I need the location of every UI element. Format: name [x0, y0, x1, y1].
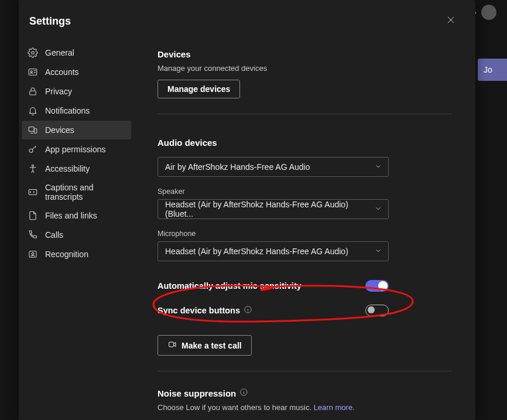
- sidebar-item-captions[interactable]: Captions and transcripts: [22, 179, 131, 206]
- noise-suppression-subtitle: Choose Low if you want others to hear mu…: [157, 403, 452, 412]
- speaker-label: Speaker: [157, 187, 452, 196]
- gear-icon: [28, 47, 38, 58]
- bell-icon: [28, 105, 38, 116]
- accessibility-icon: [28, 163, 38, 174]
- section-devices-title: Devices: [157, 49, 452, 59]
- devices-icon: [28, 125, 38, 135]
- learn-more-link[interactable]: Learn more.: [314, 403, 355, 412]
- sync-buttons-row: Sync device buttons: [157, 302, 389, 319]
- noise-suppression-title: Noise suppression: [157, 388, 452, 398]
- join-button-partial: Jo: [478, 59, 507, 81]
- sync-buttons-label: Sync device buttons: [157, 305, 252, 316]
- button-label: Manage devices: [167, 84, 230, 94]
- sidebar-item-label: Accounts: [45, 67, 79, 77]
- sidebar-item-privacy[interactable]: Privacy: [22, 82, 131, 101]
- button-label: Make a test call: [181, 341, 242, 350]
- svg-point-10: [32, 252, 34, 255]
- svg-rect-3: [30, 91, 36, 95]
- auto-mic-label: Automatically adjust mic sensitivity: [157, 281, 302, 291]
- sidebar-item-label: Privacy: [45, 87, 72, 96]
- chevron-down-icon: [374, 204, 382, 214]
- settings-content: Devices Manage your connected devices Ma…: [134, 35, 475, 420]
- avatar: [481, 5, 496, 20]
- sidebar-item-label: Accessibility: [45, 164, 90, 173]
- svg-rect-12: [169, 342, 174, 347]
- lock-icon: [28, 86, 38, 97]
- phone-icon: [28, 230, 38, 240]
- sidebar-item-apppermissions[interactable]: App permissions: [22, 140, 131, 159]
- sidebar-item-accounts[interactable]: Accounts: [22, 63, 131, 81]
- sidebar-item-label: Recognition: [45, 250, 88, 259]
- chevron-down-icon: [374, 247, 382, 257]
- sidebar-item-recognition[interactable]: Recognition: [22, 245, 131, 264]
- test-call-icon: [167, 340, 177, 351]
- sync-buttons-toggle[interactable]: [365, 305, 389, 316]
- info-icon[interactable]: [244, 305, 252, 316]
- sidebar-item-general[interactable]: General: [22, 43, 131, 62]
- chevron-down-icon: [374, 162, 382, 172]
- settings-sidebar: General Accounts Privacy Notifications D…: [19, 35, 134, 420]
- svg-rect-9: [29, 251, 36, 258]
- sidebar-item-label: App permissions: [45, 145, 106, 154]
- captions-icon: [28, 187, 38, 197]
- audio-devices-title: Audio devices: [157, 138, 452, 148]
- key-icon: [28, 144, 38, 155]
- sidebar-item-calls[interactable]: Calls: [22, 226, 131, 244]
- sidebar-item-label: Calls: [45, 230, 63, 240]
- auto-mic-toggle[interactable]: [365, 280, 389, 292]
- section-devices-subtitle: Manage your connected devices: [157, 64, 452, 73]
- id-card-icon: [28, 67, 38, 77]
- sidebar-item-label: General: [45, 48, 74, 57]
- select-value: Headset (Air by AfterShokz Hands-Free AG…: [165, 200, 374, 218]
- settings-panel: Settings General Accounts Privacy: [19, 0, 475, 420]
- svg-point-2: [30, 71, 32, 73]
- info-icon[interactable]: [239, 388, 248, 398]
- sidebar-item-files[interactable]: Files and links: [22, 206, 131, 225]
- sidebar-item-label: Notifications: [45, 106, 90, 115]
- svg-point-6: [29, 149, 33, 152]
- manage-devices-button[interactable]: Manage devices: [157, 80, 240, 98]
- auto-mic-row: Automatically adjust mic sensitivity: [157, 278, 389, 294]
- sidebar-item-devices[interactable]: Devices: [22, 121, 131, 139]
- microphone-label: Microphone: [157, 230, 452, 238]
- svg-rect-1: [29, 69, 37, 76]
- page-title: Settings: [29, 15, 71, 28]
- speaker-select[interactable]: Headset (Air by AfterShokz Hands-Free AG…: [157, 199, 389, 219]
- sidebar-item-accessibility[interactable]: Accessibility: [22, 159, 131, 178]
- microphone-select[interactable]: Headset (Air by AfterShokz Hands-Free AG…: [157, 241, 389, 261]
- svg-point-0: [32, 52, 35, 54]
- svg-rect-5: [34, 129, 37, 134]
- recognition-icon: [28, 249, 38, 259]
- close-button[interactable]: [443, 13, 459, 29]
- sidebar-item-notifications[interactable]: Notifications: [22, 101, 131, 120]
- close-icon: [447, 16, 455, 26]
- select-value: Air by AfterShokz Hands-Free AG Audio: [165, 162, 310, 172]
- sidebar-item-label: Devices: [45, 125, 74, 135]
- audio-device-select[interactable]: Air by AfterShokz Hands-Free AG Audio: [157, 157, 389, 177]
- file-icon: [28, 210, 38, 221]
- sidebar-item-label: Files and links: [45, 211, 97, 220]
- sidebar-item-label: Captions and transcripts: [45, 183, 125, 202]
- svg-rect-4: [29, 127, 34, 132]
- make-test-call-button[interactable]: Make a test call: [157, 335, 252, 356]
- svg-point-7: [32, 165, 34, 166]
- select-value: Headset (Air by AfterShokz Hands-Free AG…: [165, 247, 348, 256]
